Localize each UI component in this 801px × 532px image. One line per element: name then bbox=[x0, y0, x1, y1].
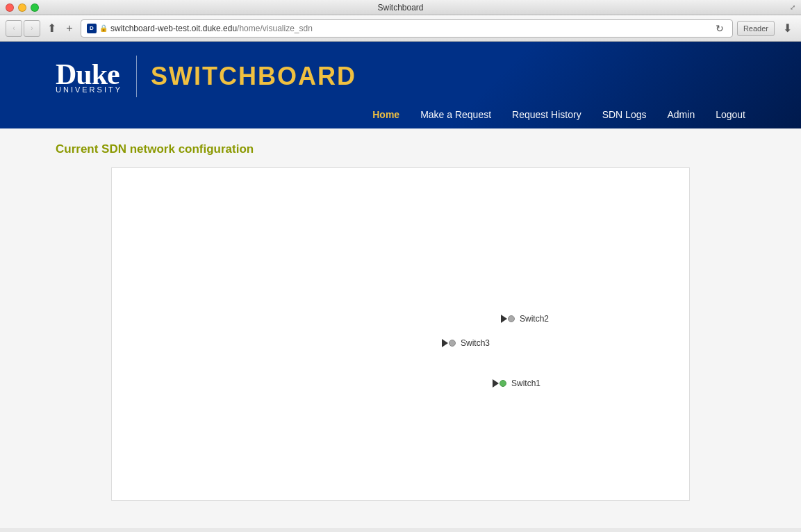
main-content: Switch2 Switch3 bbox=[111, 167, 690, 501]
nav-request-history[interactable]: Request History bbox=[512, 108, 581, 122]
nav-sdn-logs[interactable]: SDN Logs bbox=[602, 108, 647, 122]
add-tab-button[interactable]: + bbox=[63, 22, 76, 35]
switch2-indicator bbox=[508, 315, 515, 322]
downloads-button[interactable]: ⬇ bbox=[779, 20, 795, 37]
play-triangle-switch2 bbox=[501, 315, 507, 323]
favicon: D bbox=[87, 24, 97, 33]
switchboard-title: SWITCHBOARD bbox=[151, 62, 356, 91]
resize-icon[interactable]: ⤢ bbox=[790, 3, 795, 11]
duke-logo-area: Duke UNIVERSITY SWITCHBOARD bbox=[56, 56, 356, 97]
minimize-button[interactable] bbox=[18, 3, 26, 12]
toolbar: ‹ › ⬆ + D 🔒 switchboard-web-test.oit.duk… bbox=[0, 15, 801, 42]
address-text: switchboard-web-test.oit.duke.edu/home/v… bbox=[110, 24, 710, 33]
switch2-label: Switch2 bbox=[520, 314, 549, 324]
switch2-node: Switch2 bbox=[501, 314, 549, 324]
switch3-label: Switch3 bbox=[461, 338, 490, 348]
switch1-label: Switch1 bbox=[511, 379, 540, 388]
reader-button[interactable]: Reader bbox=[737, 21, 775, 36]
nav-make-request[interactable]: Make a Request bbox=[420, 108, 491, 122]
url-path: /home/visualize_sdn bbox=[237, 24, 313, 33]
play-triangle-switch3 bbox=[442, 339, 448, 347]
share-button[interactable]: ⬆ bbox=[44, 22, 58, 35]
window-controls bbox=[6, 3, 39, 12]
close-button[interactable] bbox=[6, 3, 14, 12]
switch1-node: Switch1 bbox=[493, 379, 540, 388]
back-button[interactable]: ‹ bbox=[6, 20, 22, 37]
duke-logo-text: Duke UNIVERSITY bbox=[56, 60, 122, 94]
content-area: Current SDN network configuration Switch… bbox=[0, 128, 801, 515]
duke-nav: Home Make a Request Request History SDN … bbox=[56, 97, 745, 128]
network-diagram: Switch2 Switch3 bbox=[126, 182, 675, 474]
switch3-icon bbox=[442, 339, 456, 347]
window-title: Switchboard bbox=[377, 3, 423, 13]
nav-buttons: ‹ › bbox=[6, 20, 40, 37]
duke-header: Duke UNIVERSITY SWITCHBOARD Home Make a … bbox=[0, 42, 801, 128]
section-title: Current SDN network configuration bbox=[56, 142, 745, 156]
switch2-icon bbox=[501, 315, 515, 323]
duke-university: UNIVERSITY bbox=[56, 86, 122, 94]
forward-button[interactable]: › bbox=[24, 20, 40, 37]
maximize-button[interactable] bbox=[31, 3, 39, 12]
browser-window: Switchboard ⤢ ‹ › ⬆ + D 🔒 switchboard-we… bbox=[0, 0, 801, 532]
address-bar[interactable]: D 🔒 switchboard-web-test.oit.duke.edu/ho… bbox=[81, 19, 733, 38]
lock-icon: 🔒 bbox=[99, 24, 108, 32]
switch1-icon bbox=[493, 379, 506, 388]
title-bar: Switchboard ⤢ bbox=[0, 0, 801, 15]
duke-header-inner: Duke UNIVERSITY SWITCHBOARD bbox=[56, 56, 745, 97]
page-content: Duke UNIVERSITY SWITCHBOARD Home Make a … bbox=[0, 42, 801, 528]
url-domain: switchboard-web-test.oit.duke.edu bbox=[110, 24, 237, 33]
reload-button[interactable]: ↻ bbox=[713, 22, 727, 35]
switch3-indicator bbox=[449, 340, 456, 347]
switch1-indicator bbox=[499, 380, 506, 387]
play-triangle-switch1 bbox=[493, 379, 499, 388]
duke-name: Duke bbox=[56, 60, 122, 89]
nav-admin[interactable]: Admin bbox=[667, 108, 695, 122]
nav-logout[interactable]: Logout bbox=[716, 108, 745, 122]
switch3-node: Switch3 bbox=[442, 338, 490, 348]
nav-home[interactable]: Home bbox=[372, 108, 399, 122]
duke-divider bbox=[136, 56, 137, 97]
